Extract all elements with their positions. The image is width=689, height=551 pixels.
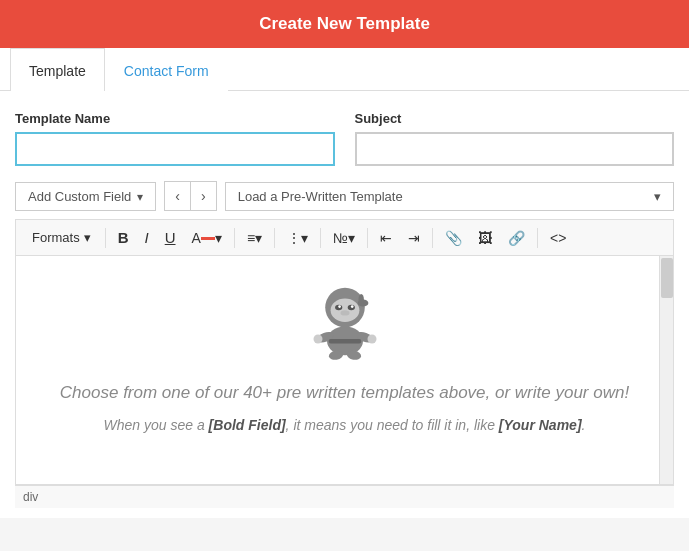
svg-point-5 [350,305,353,308]
link-button[interactable]: 🔗 [502,226,531,250]
font-color-button[interactable]: A▾ [186,226,228,250]
nav-next-button[interactable]: › [190,181,217,211]
indent-button[interactable]: ⇥ [402,226,426,250]
color-indicator [201,237,215,240]
svg-point-8 [358,294,363,305]
outdent-button[interactable]: ⇤ [374,226,398,250]
editor-main-text: Choose from one of our 40+ pre written t… [46,381,643,405]
content-area: Template Name Subject Add Custom Field ‹… [0,91,689,518]
tab-template[interactable]: Template [10,48,105,91]
add-custom-field-button[interactable]: Add Custom Field [15,182,156,211]
formats-chevron-icon: ▾ [84,230,91,245]
formats-button[interactable]: Formats ▾ [24,226,99,249]
numbered-list-button[interactable]: №▾ [327,226,361,250]
svg-point-15 [367,335,376,344]
subject-group: Subject [355,111,675,166]
list-button[interactable]: ⋮▾ [281,226,314,250]
attachment-button[interactable]: 📎 [439,226,468,250]
editor-sub-text: When you see a [Bold Field], it means yo… [46,415,643,436]
tab-contact-form[interactable]: Contact Form [105,48,228,91]
template-name-group: Template Name [15,111,335,166]
editor-area[interactable]: Choose from one of our 40+ pre written t… [15,255,674,485]
scrollbar-thumb[interactable] [661,258,673,298]
underline-button[interactable]: U [159,225,182,250]
editor-toolbar: Formats ▾ B I U A▾ ≡▾ ⋮▾ №▾ ⇤ ⇥ 📎 🖼 🔗 <> [15,219,674,255]
dropdown-icon: ▾ [654,189,661,204]
template-name-label: Template Name [15,111,335,126]
scrollbar[interactable] [659,256,673,484]
tabs-bar: Template Contact Form [0,48,689,91]
load-prewritten-button[interactable]: Load a Pre-Written Template ▾ [225,182,674,211]
form-row: Template Name Subject [15,111,674,166]
svg-point-4 [338,305,341,308]
nav-prev-button[interactable]: ‹ [164,181,190,211]
svg-point-6 [340,310,349,315]
subject-label: Subject [355,111,675,126]
separator-2 [234,228,235,248]
italic-button[interactable]: I [139,225,155,250]
header-title: Create New Template [259,14,430,33]
separator-5 [367,228,368,248]
source-button[interactable]: <> [544,226,572,250]
bottom-bar: div [15,485,674,508]
toolbar-row: Add Custom Field ‹ › Load a Pre-Written … [15,181,674,211]
template-name-input[interactable] [15,132,335,166]
page-header: Create New Template [0,0,689,48]
separator-3 [274,228,275,248]
image-button[interactable]: 🖼 [472,226,498,250]
separator-1 [105,228,106,248]
subject-input[interactable] [355,132,675,166]
svg-point-14 [313,335,322,344]
separator-4 [320,228,321,248]
editor-content: Choose from one of our 40+ pre written t… [16,256,673,456]
ninja-image [300,276,390,366]
svg-rect-16 [328,339,360,344]
align-button[interactable]: ≡▾ [241,226,268,250]
separator-6 [432,228,433,248]
bold-button[interactable]: B [112,225,135,250]
chevron-down-icon [137,189,143,204]
nav-group: ‹ › [164,181,216,211]
separator-7 [537,228,538,248]
